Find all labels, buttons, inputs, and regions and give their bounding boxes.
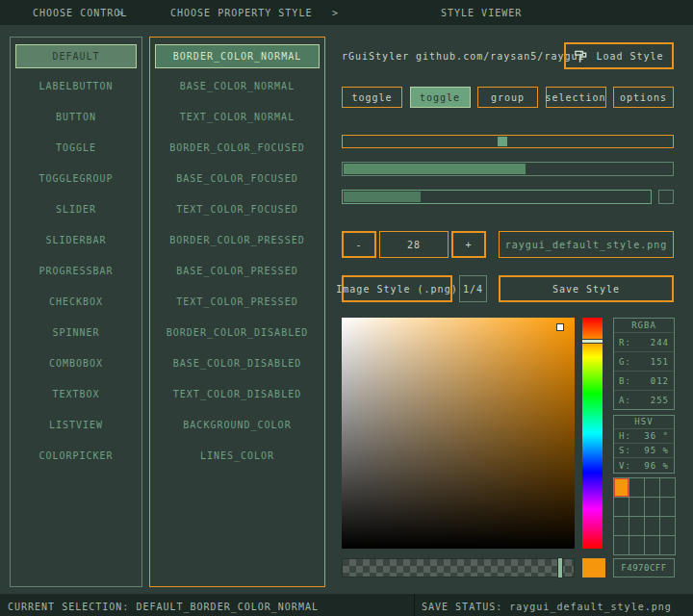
app-name-label: rGuiStyler — [342, 51, 409, 63]
toggle-item[interactable]: toggle — [342, 87, 402, 108]
toggle-item-active[interactable]: toggle — [410, 87, 471, 108]
current-color-swatch — [582, 558, 605, 578]
hsv-val-label: V: — [619, 461, 631, 471]
palette-cell[interactable] — [645, 536, 660, 555]
rgba-row-blue: B: 012 — [614, 372, 674, 391]
palette-cell[interactable] — [629, 498, 645, 517]
control-item[interactable]: BUTTON — [15, 106, 137, 130]
filename-textbox[interactable]: raygui_default_style.png — [499, 231, 674, 258]
palette-cell[interactable] — [614, 536, 629, 555]
rgba-blue-label: B: — [619, 376, 631, 386]
palette-cell[interactable] — [614, 517, 629, 536]
rgba-row-green: G: 151 — [614, 352, 674, 372]
control-item[interactable]: TOGGLEGROUP — [15, 167, 137, 192]
control-item[interactable]: PROGRESSBAR — [15, 260, 137, 284]
statusbar-divider — [414, 594, 415, 616]
control-item[interactable]: COMBOBOX — [15, 352, 137, 376]
property-item[interactable]: BORDER_COLOR_NORMAL — [155, 44, 320, 68]
alpha-bar[interactable] — [342, 558, 575, 578]
breadcrumb-style-viewer: STYLE VIEWER — [441, 8, 522, 18]
control-item[interactable]: SLIDERBAR — [15, 229, 137, 253]
rgba-row-red: R: 244 — [614, 333, 674, 352]
load-style-button[interactable]: Load Style — [564, 42, 674, 69]
rgba-red-value: 244 — [651, 338, 669, 347]
hsv-row-val: V: 96 % — [614, 458, 674, 473]
palette-cell-current[interactable] — [614, 478, 629, 498]
property-item[interactable]: TEXT_COLOR_FOCUSED — [155, 198, 320, 222]
page-indicator-box[interactable]: 1/4 — [459, 275, 487, 302]
hsv-values-box: HSV H: 36 ° S: 95 % V: 96 % — [613, 415, 675, 474]
toggle-item[interactable]: group — [477, 87, 538, 108]
hsv-hue-value: 36 ° — [644, 431, 669, 441]
property-item[interactable]: BORDER_COLOR_FOCUSED — [155, 137, 320, 161]
palette-cell[interactable] — [660, 536, 676, 555]
control-item[interactable]: CHECKBOX — [15, 291, 137, 315]
palette-cell[interactable] — [660, 498, 676, 517]
slider-bar[interactable] — [342, 162, 674, 176]
breadcrumb-choose-property: CHOOSE PROPERTY STYLE — [170, 8, 312, 18]
property-item[interactable]: BORDER_COLOR_PRESSED — [155, 229, 320, 253]
palette-cell[interactable] — [660, 517, 676, 536]
hex-value-box[interactable]: F4970CFF — [613, 558, 675, 578]
bottom-status-bar: CURRENT SELECTION: DEFAULT_BORDER_COLOR_… — [0, 594, 693, 616]
top-status-bar: CHOOSE CONTROL > CHOOSE PROPERTY STYLE >… — [0, 0, 693, 25]
spinner-minus-button[interactable]: - — [342, 231, 376, 258]
rgba-blue-value: 012 — [651, 376, 669, 386]
repo-link[interactable]: github.com/raysan5/raygui — [416, 51, 585, 63]
image-style-button[interactable]: Image Style (.png) — [342, 275, 452, 302]
control-item[interactable]: SLIDER — [15, 198, 137, 222]
hue-bar[interactable] — [582, 318, 603, 549]
palette-cell[interactable] — [645, 498, 660, 517]
palette-cell[interactable] — [629, 478, 645, 498]
property-item[interactable]: BACKGROUND_COLOR — [155, 414, 320, 438]
rgba-alpha-label: A: — [619, 396, 631, 405]
property-item[interactable]: TEXT_COLOR_PRESSED — [155, 291, 320, 315]
property-item[interactable]: BASE_COLOR_NORMAL — [155, 75, 320, 99]
palette-cell[interactable] — [629, 536, 645, 555]
color-picker-gradient[interactable] — [342, 318, 575, 549]
property-item[interactable]: TEXT_COLOR_NORMAL — [155, 106, 320, 130]
property-item[interactable]: LINES_COLOR — [155, 445, 320, 469]
property-item[interactable]: BASE_COLOR_FOCUSED — [155, 167, 320, 192]
toggle-item[interactable]: selection — [546, 87, 606, 108]
control-item[interactable]: TEXTBOX — [15, 383, 137, 407]
control-item[interactable]: SPINNER — [15, 321, 137, 346]
breadcrumb-arrow-icon: > — [332, 8, 339, 18]
rgba-title: RGBA — [614, 319, 674, 333]
rgba-red-label: R: — [619, 338, 631, 347]
slider-handle[interactable] — [498, 137, 507, 146]
load-style-label: Load Style — [596, 51, 663, 62]
toggle-item[interactable]: options — [613, 87, 674, 108]
hue-bar-handle[interactable] — [581, 339, 603, 344]
property-item[interactable]: TEXT_COLOR_DISABLED — [155, 383, 320, 407]
hsv-sat-value: 95 % — [644, 446, 669, 455]
hsv-title: HSV — [614, 416, 674, 429]
rgba-alpha-value: 255 — [651, 396, 669, 405]
alpha-bar-handle[interactable] — [557, 557, 563, 578]
property-item[interactable]: BORDER_COLOR_DISABLED — [155, 321, 320, 346]
control-item[interactable]: DEFAULT — [15, 44, 137, 68]
controls-list-panel[interactable]: DEFAULT LABELBUTTON BUTTON TOGGLE TOGGLE… — [10, 37, 142, 587]
palette-cell[interactable] — [660, 478, 676, 498]
palette-cell[interactable] — [645, 517, 660, 536]
control-item[interactable]: TOGGLE — [15, 137, 137, 161]
palette-cell[interactable] — [629, 517, 645, 536]
progress-checkbox[interactable] — [658, 190, 674, 204]
property-item[interactable]: BASE_COLOR_DISABLED — [155, 352, 320, 376]
color-picker-cursor[interactable] — [556, 323, 564, 331]
hsv-row-hue: H: 36 ° — [614, 429, 674, 444]
progress-bar — [342, 190, 652, 204]
control-item[interactable]: COLORPICKER — [15, 445, 137, 469]
slider[interactable] — [342, 135, 674, 148]
palette-cell[interactable] — [614, 498, 629, 517]
property-item[interactable]: BASE_COLOR_PRESSED — [155, 260, 320, 284]
save-style-button[interactable]: Save Style — [499, 275, 674, 302]
control-item[interactable]: LISTVIEW — [15, 414, 137, 438]
palette-cell[interactable] — [645, 478, 660, 498]
control-item[interactable]: LABELBUTTON — [15, 75, 137, 99]
palette-grid — [613, 477, 676, 555]
properties-list-panel[interactable]: BORDER_COLOR_NORMAL BASE_COLOR_NORMAL TE… — [149, 37, 325, 587]
spinner-value-box[interactable]: 28 — [379, 231, 449, 258]
spinner-plus-button[interactable]: + — [451, 231, 486, 258]
hsv-val-value: 96 % — [644, 461, 669, 471]
